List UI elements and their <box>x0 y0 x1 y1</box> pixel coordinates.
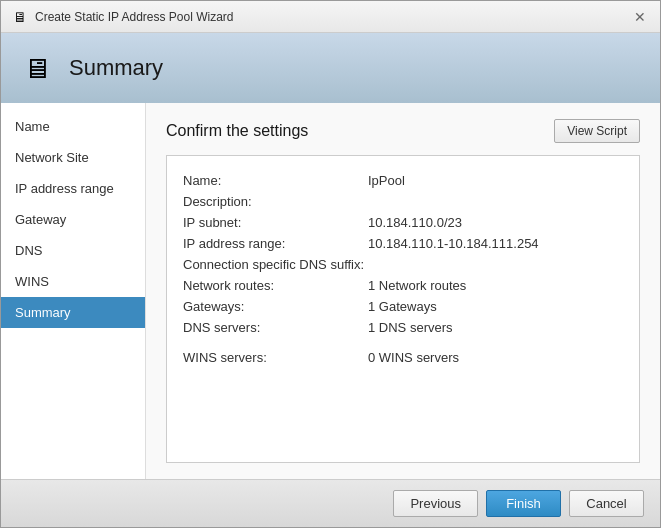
setting-label-name: Name: <box>183 173 368 188</box>
setting-label-dns-servers: DNS servers: <box>183 320 368 335</box>
cancel-button[interactable]: Cancel <box>569 490 644 517</box>
setting-row-gateways: Gateways: 1 Gateways <box>183 296 623 317</box>
setting-label-description: Description: <box>183 194 368 209</box>
setting-row-wins-servers: WINS servers: 0 WINS servers <box>183 338 623 368</box>
setting-value-network-routes: 1 Network routes <box>368 278 466 293</box>
wizard-window: 🖥 Create Static IP Address Pool Wizard ✕… <box>0 0 661 528</box>
setting-row-dns-servers: DNS servers: 1 DNS servers <box>183 317 623 338</box>
setting-label-ip-range: IP address range: <box>183 236 368 251</box>
title-bar-left: 🖥 Create Static IP Address Pool Wizard <box>11 8 234 26</box>
setting-row-ip-subnet: IP subnet: 10.184.110.0/23 <box>183 212 623 233</box>
setting-row-network-routes: Network routes: 1 Network routes <box>183 275 623 296</box>
setting-label-network-routes: Network routes: <box>183 278 368 293</box>
wizard-header: 🖥 Summary <box>1 33 660 103</box>
sidebar-item-summary[interactable]: Summary <box>1 297 145 328</box>
sidebar: Name Network Site IP address range Gatew… <box>1 103 146 479</box>
footer: Previous Finish Cancel <box>1 479 660 527</box>
setting-value-ip-subnet: 10.184.110.0/23 <box>368 215 462 230</box>
sidebar-item-gateway[interactable]: Gateway <box>1 204 145 235</box>
sidebar-item-dns[interactable]: DNS <box>1 235 145 266</box>
main-content: Confirm the settings View Script Name: I… <box>146 103 660 479</box>
title-bar: 🖥 Create Static IP Address Pool Wizard ✕ <box>1 1 660 33</box>
settings-box: Name: IpPool Description: IP subnet: 10.… <box>166 155 640 463</box>
previous-button[interactable]: Previous <box>393 490 478 517</box>
view-script-button[interactable]: View Script <box>554 119 640 143</box>
close-button[interactable]: ✕ <box>630 7 650 27</box>
sidebar-item-ip-address-range[interactable]: IP address range <box>1 173 145 204</box>
setting-value-wins-servers: 0 WINS servers <box>368 350 459 365</box>
content-area: Name Network Site IP address range Gatew… <box>1 103 660 479</box>
setting-label-ip-subnet: IP subnet: <box>183 215 368 230</box>
window-title: Create Static IP Address Pool Wizard <box>35 10 234 24</box>
finish-button[interactable]: Finish <box>486 490 561 517</box>
setting-row-description: Description: <box>183 191 623 212</box>
main-header: Confirm the settings View Script <box>166 119 640 143</box>
setting-value-dns-servers: 1 DNS servers <box>368 320 453 335</box>
sidebar-item-network-site[interactable]: Network Site <box>1 142 145 173</box>
setting-label-wins-servers: WINS servers: <box>183 350 368 365</box>
header-icon: 🖥 <box>17 48 57 88</box>
main-title: Confirm the settings <box>166 122 308 140</box>
setting-label-gateways: Gateways: <box>183 299 368 314</box>
sidebar-item-wins[interactable]: WINS <box>1 266 145 297</box>
setting-row-ip-range: IP address range: 10.184.110.1-10.184.11… <box>183 233 623 254</box>
setting-row-dns-suffix: Connection specific DNS suffix: <box>183 254 623 275</box>
header-title: Summary <box>69 55 163 81</box>
setting-row-name: Name: IpPool <box>183 170 623 191</box>
setting-value-gateways: 1 Gateways <box>368 299 437 314</box>
setting-value-name: IpPool <box>368 173 405 188</box>
window-icon: 🖥 <box>11 8 29 26</box>
sidebar-item-name[interactable]: Name <box>1 111 145 142</box>
setting-value-ip-range: 10.184.110.1-10.184.111.254 <box>368 236 539 251</box>
setting-label-dns-suffix: Connection specific DNS suffix: <box>183 257 368 272</box>
